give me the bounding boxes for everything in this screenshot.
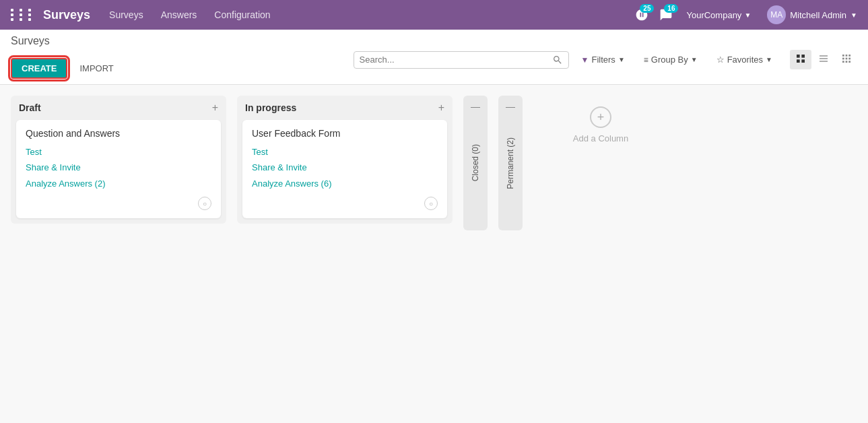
company-selector[interactable]: YourCompany ▼ xyxy=(681,7,756,23)
favorites-icon: ☆ xyxy=(716,55,725,65)
user-chevron: ▼ xyxy=(850,11,857,19)
permanent-collapse-icon: — xyxy=(506,101,515,112)
kanban-col-title-closed: Closed (0) xyxy=(471,139,480,187)
svg-rect-13 xyxy=(842,61,844,63)
svg-rect-3 xyxy=(801,59,805,63)
favorites-label: Favorites xyxy=(727,55,763,65)
svg-rect-12 xyxy=(848,58,850,60)
company-chevron: ▼ xyxy=(744,11,751,19)
kanban-card-link-analyze-1[interactable]: Analyze Answers (2) xyxy=(26,176,211,191)
top-navigation: Surveys Surveys Answers Configuration 25… xyxy=(0,0,868,30)
kanban-area: Draft + Question and Answers Test Share … xyxy=(0,85,868,420)
grid-view-button[interactable] xyxy=(836,50,857,69)
closed-collapse-icon: — xyxy=(471,101,480,112)
svg-rect-9 xyxy=(848,55,850,57)
filters-button[interactable]: ▼ Filters ▼ xyxy=(574,51,632,68)
kanban-card-link-analyze-2[interactable]: Analyze Answers (6) xyxy=(252,176,438,191)
kanban-column-permanent-folded[interactable]: — Permanent (2) xyxy=(498,96,523,230)
svg-rect-0 xyxy=(797,55,800,58)
kanban-card-footer-1: ○ xyxy=(26,197,211,210)
kanban-add-column[interactable]: + Add a Column xyxy=(533,96,668,154)
svg-rect-4 xyxy=(820,55,828,56)
groupby-icon: ≡ xyxy=(644,55,648,65)
kanban-card-link-test-1[interactable]: Test xyxy=(26,144,211,160)
favorites-chevron: ▼ xyxy=(766,56,772,63)
svg-rect-7 xyxy=(842,55,844,57)
kanban-col-title-inprogress: In progress xyxy=(245,102,296,113)
kanban-card-title-feedback: User Feedback Form xyxy=(252,128,438,139)
kanban-card-qa: Question and Answers Test Share & Invite… xyxy=(16,120,221,218)
groupby-label: Group By xyxy=(651,55,688,65)
company-name: YourCompany xyxy=(686,10,741,20)
activity-icon-btn[interactable]: 25 xyxy=(632,5,651,24)
search-input[interactable] xyxy=(360,55,552,65)
svg-rect-1 xyxy=(801,55,805,58)
filter-icon: ▼ xyxy=(581,55,589,65)
add-column-icon: + xyxy=(590,106,611,128)
kanban-col-add-inprogress[interactable]: + xyxy=(438,102,444,113)
top-nav-right: 25 16 YourCompany ▼ MA Mitchell Admin ▼ xyxy=(632,3,863,27)
kanban-column-inprogress: In progress + User Feedback Form Test Sh… xyxy=(237,96,453,224)
kanban-col-title-permanent: Permanent (2) xyxy=(506,132,515,195)
svg-rect-11 xyxy=(846,58,848,60)
add-column-label: Add a Column xyxy=(573,133,628,143)
svg-rect-6 xyxy=(820,61,828,61)
search-icon xyxy=(552,55,563,65)
view-switcher xyxy=(790,50,857,69)
groupby-button[interactable]: ≡ Group By ▼ xyxy=(637,51,704,68)
messages-icon-btn[interactable]: 16 xyxy=(657,5,675,24)
filters-chevron: ▼ xyxy=(618,56,625,63)
nav-surveys[interactable]: Surveys xyxy=(101,5,152,24)
kanban-card-link-share-2[interactable]: Share & Invite xyxy=(252,160,438,175)
filters-label: Filters xyxy=(591,55,615,65)
groupby-chevron: ▼ xyxy=(691,56,698,63)
kanban-card-link-share-1[interactable]: Share & Invite xyxy=(26,160,211,175)
top-nav-links: Surveys Answers Configuration xyxy=(101,5,279,24)
messages-badge: 16 xyxy=(664,4,678,13)
breadcrumb: Surveys xyxy=(11,35,121,53)
kanban-card-link-test-2[interactable]: Test xyxy=(252,144,438,160)
create-button[interactable]: CREATE xyxy=(11,58,67,79)
favorites-button[interactable]: ☆ Favorites ▼ xyxy=(710,51,779,68)
user-avatar: MA xyxy=(767,5,786,24)
nav-configuration[interactable]: Configuration xyxy=(206,5,278,24)
kanban-cards-draft: Question and Answers Test Share & Invite… xyxy=(11,120,226,224)
kanban-col-add-draft[interactable]: + xyxy=(212,102,218,113)
kanban-col-header-inprogress: In progress + xyxy=(237,96,453,120)
kanban-col-header-draft: Draft + xyxy=(11,96,226,120)
kanban-column-closed-folded[interactable]: — Closed (0) xyxy=(463,96,488,230)
kanban-card-status-1[interactable]: ○ xyxy=(198,197,211,210)
toolbar: CREATE IMPORT xyxy=(11,53,121,84)
kanban-view-button[interactable] xyxy=(790,50,811,69)
kanban-cards-inprogress: User Feedback Form Test Share & Invite A… xyxy=(237,120,453,224)
kanban-card-feedback: User Feedback Form Test Share & Invite A… xyxy=(242,120,447,218)
kanban-card-title-qa: Question and Answers xyxy=(26,128,211,139)
kanban-col-title-draft: Draft xyxy=(19,102,41,113)
app-brand: Surveys xyxy=(40,8,101,22)
kanban-card-status-2[interactable]: ○ xyxy=(424,197,438,210)
svg-rect-8 xyxy=(846,55,848,57)
svg-rect-10 xyxy=(842,58,844,60)
nav-answers[interactable]: Answers xyxy=(153,5,205,24)
svg-rect-15 xyxy=(848,61,850,63)
svg-rect-2 xyxy=(797,59,800,63)
page-header: Surveys CREATE IMPORT ▼ Filters ▼ ≡ Grou… xyxy=(0,30,868,85)
activity-badge: 25 xyxy=(640,4,654,13)
kanban-column-draft: Draft + Question and Answers Test Share … xyxy=(11,96,226,224)
import-button[interactable]: IMPORT xyxy=(73,59,120,77)
app-grid-icon[interactable] xyxy=(5,3,40,26)
svg-rect-5 xyxy=(820,58,828,59)
kanban-card-footer-2: ○ xyxy=(252,197,438,210)
search-bar xyxy=(354,51,569,69)
list-view-button[interactable] xyxy=(813,50,834,69)
user-menu[interactable]: MA Mitchell Admin ▼ xyxy=(762,3,863,27)
user-name: Mitchell Admin xyxy=(790,10,846,20)
svg-rect-14 xyxy=(846,61,848,63)
